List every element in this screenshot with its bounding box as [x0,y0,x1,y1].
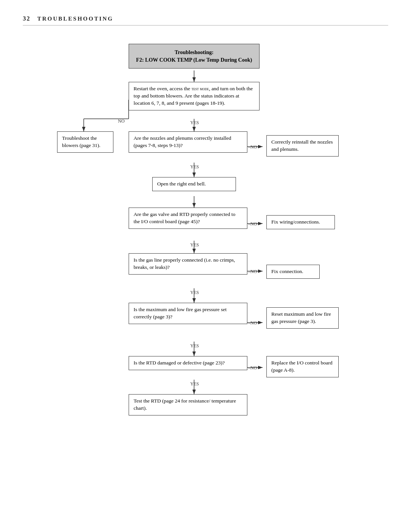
title-line2: F2: LOW COOK TEMP (Low Temp During Cook) [135,56,253,64]
page-title: TROUBLESHOOTING [37,16,113,22]
label-no4: –NO→ [248,221,261,227]
step1-box: Restart the oven, access the test mode, … [129,82,260,110]
no1-text: Troubleshoot the blowers (page 31). [62,135,100,148]
page-header: 32 TROUBLESHOOTING [23,15,388,22]
label-yes6: YES [190,343,199,349]
step4-text: Are the gas valve and RTD properly conne… [134,211,236,224]
no2-text: Correctly reinstall the nozzles and plen… [271,139,333,152]
label-yes2: YES [190,164,199,170]
label-yes5: YES [190,290,199,296]
step2-box: Are the nozzles and plenums correctly in… [129,131,247,153]
step3-text: Open the right end bell. [157,181,206,187]
step2-text: Are the nozzles and plenums correctly in… [134,135,231,148]
label-no2: –NO→ [248,144,261,150]
no7-text: Replace the I/O control board (page A-8)… [271,360,332,373]
label-yes7: YES [190,381,199,387]
step6-box: Is the maximum and low fire gas pressure… [129,303,247,324]
label-no7: –NO→ [248,365,261,371]
no4-text: Fix wiring/connections. [271,219,320,225]
flowchart: Troubleshooting: F2: LOW COOK TEMP (Low … [34,37,377,517]
step5-box: Is the gas line properly connected (i.e.… [129,253,247,275]
no5-text: Fix connection. [271,268,303,274]
step1-text: Restart the oven, access the test mode, … [134,86,253,106]
no5-box: Fix connection. [266,265,320,279]
label-yes4: YES [190,242,199,248]
step3-box: Open the right end bell. [152,177,236,191]
title-line1: Troubleshooting: [135,49,253,56]
step8-box: Test the RTD (page 24 for resistance/ te… [129,394,247,415]
step8-text: Test the RTD (page 24 for resistance/ te… [134,398,236,411]
title-box: Troubleshooting: F2: LOW COOK TEMP (Low … [129,44,260,69]
no4-box: Fix wiring/connections. [266,215,335,229]
no2-box: Correctly reinstall the nozzles and plen… [266,135,339,157]
step7-box: Is the RTD damaged or defective (page 23… [129,356,247,370]
page-number: 32 [23,15,30,22]
label-no5: –NO→ [248,269,261,275]
no6-box: Reset maximum and low fire gas pressure … [266,307,339,329]
no6-text: Reset maximum and low fire gas pressure … [271,311,331,324]
label-yes1: YES [190,120,199,126]
step6-text: Is the maximum and low fire gas pressure… [134,307,226,320]
step4-box: Are the gas valve and RTD properly conne… [129,208,247,229]
divider [23,25,388,26]
step7-text: Is the RTD damaged or defective (page 23… [134,360,225,366]
label-no6: –NO→ [248,320,261,326]
no7-box: Replace the I/O control board (page A-8)… [266,356,339,377]
no1-box: Troubleshoot the blowers (page 31). [57,131,113,153]
label-no1: NO [118,118,124,124]
page: 32 TROUBLESHOOTING [0,0,411,532]
step5-text: Is the gas line properly connected (i.e.… [134,257,235,270]
